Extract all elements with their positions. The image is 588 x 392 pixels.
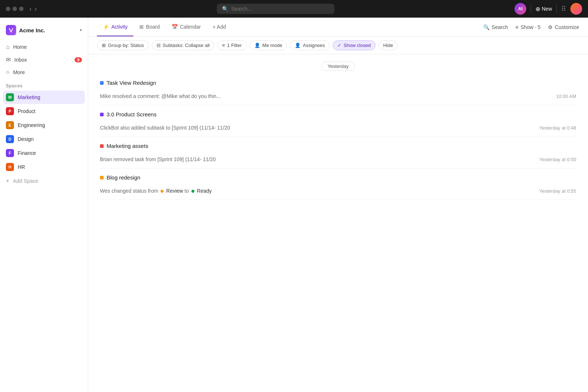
show-action[interactable]: ≡ Show · 5 <box>515 24 541 30</box>
more-label: More <box>13 69 25 75</box>
marketing-avatar: M <box>6 93 14 101</box>
sidebar-item-hr[interactable]: H HR <box>3 160 85 174</box>
divider2 <box>556 4 557 13</box>
tab-calendar[interactable]: 📅 Calendar <box>166 18 207 36</box>
ai-badge[interactable]: AI <box>514 3 526 15</box>
task-header: Task View Redesign <box>100 80 576 86</box>
status-change-prefix: Wes changed status from <box>100 188 158 194</box>
tab-add[interactable]: + Add <box>207 18 232 36</box>
engineering-avatar: E <box>6 121 14 129</box>
activity-time: Yesterday at 0:48 <box>539 125 576 131</box>
search-icon: 🔍 <box>222 6 228 12</box>
activity-content: Yesterday Task View Redesign Mike resolv… <box>88 54 588 392</box>
product-avatar: P <box>6 107 14 115</box>
to-status-dot <box>191 190 194 193</box>
task-color-dot <box>100 81 104 85</box>
activity-time: 10:00 AM <box>556 94 576 99</box>
plus-icon: ⊕ <box>535 6 540 12</box>
task-header: 3.0 Product Screens <box>100 111 576 117</box>
activity-text: Mike resolved a comment: @Mike what do y… <box>100 93 221 99</box>
subtasks-icon: ⊟ <box>157 43 161 48</box>
tab-add-label: + Add <box>213 24 226 30</box>
content-area: ⚡ Activity ⊞ Board 📅 Calendar + Add 🔍 Se… <box>88 18 588 392</box>
back-icon[interactable]: ‹ <box>29 5 32 13</box>
workspace-header[interactable]: Acme Inc. ▾ <box>3 22 85 38</box>
maximize-dot[interactable] <box>19 7 24 11</box>
sidebar-item-design[interactable]: D Design <box>3 133 85 146</box>
filter-show-closed[interactable]: ✓ Show closed <box>333 40 376 50</box>
window-controls <box>6 7 24 11</box>
customize-action[interactable]: ⚙ Customize <box>548 24 579 30</box>
sidebar-item-home[interactable]: ⌂ Home <box>3 41 85 53</box>
tab-activity[interactable]: ⚡ Activity <box>97 18 133 36</box>
main-layout: Acme Inc. ▾ ⌂ Home ✉ Inbox 9 ○ More Spac… <box>0 18 588 392</box>
sidebar-item-finance[interactable]: F Finance <box>3 146 85 160</box>
grid-icon[interactable]: ⠿ <box>561 5 566 13</box>
tab-calendar-label: Calendar <box>180 24 201 30</box>
search-label: Search <box>492 24 508 30</box>
from-status-dot <box>161 190 164 193</box>
filter-group-by-status[interactable]: ⊞ Group by: Status <box>97 40 149 50</box>
search-input[interactable] <box>231 6 329 12</box>
activity-text: ClickBot also added subtask to [Sprint 1… <box>100 125 230 131</box>
topbar-search: 🔍 <box>41 4 510 14</box>
forward-icon[interactable]: › <box>35 5 37 13</box>
activity-row: Wes changed status from Review to Ready … <box>100 184 576 200</box>
activity-row: Brian removed task from [Sprint 109] (11… <box>100 153 576 168</box>
divider <box>531 4 531 13</box>
avatar[interactable] <box>570 3 582 15</box>
filter-filter[interactable]: ≡ 1 Filter <box>217 40 246 50</box>
board-icon: ⊞ <box>139 24 144 30</box>
design-avatar: D <box>6 135 14 143</box>
close-dot[interactable] <box>6 7 10 11</box>
tab-board[interactable]: ⊞ Board <box>133 18 165 36</box>
group-by-icon: ⊞ <box>102 43 106 48</box>
sidebar-item-inbox[interactable]: ✉ Inbox 9 <box>3 54 85 66</box>
chevron-down-icon: ▾ <box>80 28 82 33</box>
task-title[interactable]: Marketing assets <box>107 143 148 149</box>
finance-label: Finance <box>18 150 36 156</box>
filter-icon: ≡ <box>222 43 225 48</box>
activity-row: ClickBot also added subtask to [Sprint 1… <box>100 121 576 137</box>
tab-bar-right: 🔍 Search ≡ Show · 5 ⚙ Customize <box>483 24 579 30</box>
activity-text: Brian removed task from [Sprint 109] (11… <box>100 156 216 162</box>
task-title[interactable]: 3.0 Product Screens <box>107 111 157 117</box>
add-space-label: Add Space <box>13 178 38 184</box>
search-action[interactable]: 🔍 Search <box>483 24 508 30</box>
tab-bar: ⚡ Activity ⊞ Board 📅 Calendar + Add 🔍 Se… <box>88 18 588 37</box>
search-box[interactable]: 🔍 <box>217 4 334 14</box>
filter-label: 1 Filter <box>227 43 242 48</box>
search-icon: 🔍 <box>483 24 490 30</box>
topbar: ‹ › 🔍 AI ⊕ New ⠿ <box>0 0 588 18</box>
filter-assignees[interactable]: 👤 Assignees <box>290 40 330 50</box>
activity-item-task-view-redesign: Task View Redesign Mike resolved a comme… <box>88 74 588 105</box>
filter-me-mode[interactable]: 👤 Me mode <box>250 40 287 50</box>
activity-item-marketing-assets: Marketing assets Brian removed task from… <box>88 137 588 168</box>
sidebar-item-more[interactable]: ○ More <box>3 66 85 78</box>
assignees-icon: 👤 <box>295 43 301 48</box>
inbox-label: Inbox <box>14 57 27 63</box>
home-icon: ⌂ <box>6 44 10 50</box>
task-title[interactable]: Task View Redesign <box>107 80 156 86</box>
sidebar-item-product[interactable]: P Product <box>3 105 85 118</box>
task-color-dot <box>100 113 104 116</box>
filter-bar: ⊞ Group by: Status ⊟ Subtasks: Collapse … <box>88 37 588 54</box>
activity-time: Yesterday at 0:55 <box>539 188 576 194</box>
filter-subtasks[interactable]: ⊟ Subtasks: Collapse all <box>152 40 215 50</box>
tab-board-label: Board <box>146 24 159 30</box>
engineering-label: Engineering <box>18 122 45 128</box>
home-label: Home <box>13 44 27 50</box>
add-space-button[interactable]: + Add Space <box>3 175 85 187</box>
sidebar-item-marketing[interactable]: M Marketing <box>3 91 85 104</box>
hide-label: Hide <box>383 43 393 48</box>
new-button[interactable]: ⊕ New <box>535 6 552 12</box>
spaces-header: Spaces <box>3 79 85 91</box>
minimize-dot[interactable] <box>12 7 17 11</box>
task-color-dot <box>100 144 104 148</box>
filter-hide[interactable]: Hide <box>379 40 398 50</box>
hr-avatar: H <box>6 163 14 171</box>
task-title[interactable]: Blog redesign <box>107 174 140 181</box>
sidebar-item-engineering[interactable]: E Engineering <box>3 119 85 132</box>
nav-arrows: ‹ › <box>29 5 37 13</box>
group-by-label: Group by: Status <box>108 43 144 48</box>
